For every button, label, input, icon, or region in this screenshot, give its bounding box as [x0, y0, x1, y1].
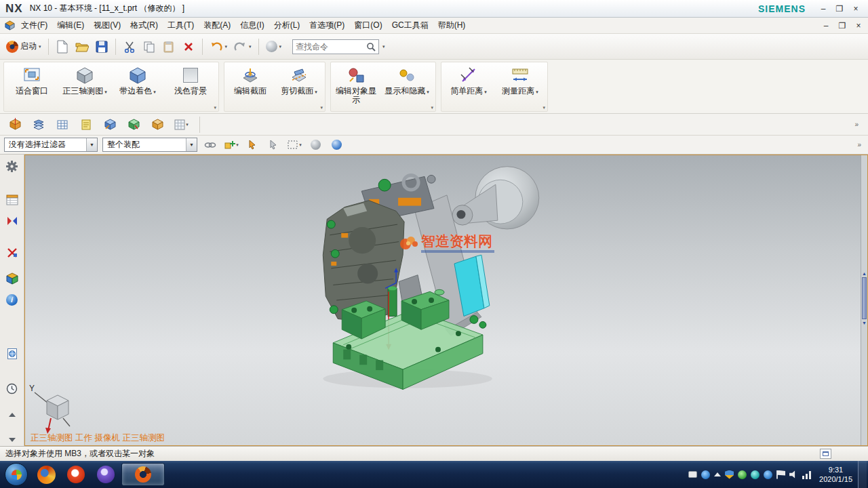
tray-input-method-icon[interactable] — [688, 471, 697, 478]
measure-distance-button[interactable]: 测量距离▾ — [494, 64, 546, 104]
group-launcher-icon[interactable]: ▾ — [320, 105, 323, 110]
light-background-button[interactable]: 浅色背景 — [164, 64, 217, 104]
tray-security-icon[interactable] — [725, 470, 734, 479]
layer-category-button[interactable] — [54, 117, 71, 132]
deselect-arrow-button[interactable] — [265, 138, 281, 152]
tray-green-status-icon[interactable] — [738, 470, 747, 479]
minimize-button[interactable]: – — [816, 3, 830, 14]
scrollbar-up-icon[interactable]: ▲ — [861, 271, 867, 276]
close-button[interactable]: × — [849, 3, 863, 14]
menu-format[interactable]: 格式(R) — [125, 18, 163, 33]
tray-teal-status-icon[interactable] — [751, 470, 760, 479]
menu-assemblies[interactable]: 装配(A) — [199, 18, 235, 33]
snap-point-caret-icon[interactable]: ▾ — [236, 142, 239, 147]
fit-window-button[interactable]: 适合窗口 — [5, 64, 58, 104]
clip-section-caret-icon[interactable]: ▾ — [315, 89, 317, 94]
menu-file[interactable]: 文件(F) — [16, 18, 52, 33]
menu-information[interactable]: 信息(I) — [235, 18, 269, 33]
group-launcher-icon[interactable]: ▾ — [214, 105, 216, 110]
command-finder[interactable] — [292, 39, 379, 54]
simple-distance-caret-icon[interactable]: ▾ — [484, 89, 487, 94]
edit-section-button[interactable]: 编辑截面 — [226, 64, 275, 104]
menu-edit[interactable]: 编辑(E) — [52, 18, 89, 33]
reuse-library-button[interactable] — [4, 272, 20, 285]
group-launcher-icon[interactable]: ▾ — [542, 105, 545, 110]
tray-cloud-icon[interactable] — [764, 470, 772, 479]
shaded-sphere-button[interactable] — [328, 138, 344, 152]
trimetric-view-button[interactable]: 正三轴测图▾ — [58, 64, 111, 104]
doc-close-button[interactable]: × — [852, 20, 865, 31]
selection-filter-caret-icon[interactable]: ▼ — [86, 138, 97, 151]
maximize-button[interactable]: ❐ — [833, 3, 846, 14]
menu-window[interactable]: 窗口(O) — [349, 18, 387, 33]
history-button[interactable] — [4, 383, 20, 394]
part-navigator-button[interactable] — [4, 247, 20, 258]
model-canvas[interactable] — [25, 155, 861, 445]
roles-gear-button[interactable] — [4, 161, 20, 172]
dialog-rail-button[interactable] — [820, 449, 831, 459]
group-launcher-icon[interactable]: ▾ — [431, 105, 433, 110]
menu-view[interactable]: 视图(V) — [89, 18, 125, 33]
search-caret-icon[interactable]: ▾ — [382, 44, 385, 49]
shaded-caret-icon[interactable]: ▾ — [153, 89, 156, 94]
highlight-sphere-button[interactable] — [307, 138, 323, 152]
orient-view-blue-button[interactable] — [102, 117, 118, 132]
windows-start-button[interactable] — [5, 463, 28, 486]
menu-tools[interactable]: 工具(T) — [163, 18, 199, 33]
wcs-dynamics-button[interactable] — [7, 117, 23, 132]
start-button[interactable]: 启动 ▾ — [4, 37, 43, 56]
tray-volume-icon[interactable] — [789, 470, 798, 479]
selection-scope-combo[interactable]: 整个装配 ▼ — [102, 138, 197, 152]
selection-bar-overflow-button[interactable]: » — [854, 141, 864, 148]
hd3d-tools-button[interactable]: i — [4, 294, 20, 306]
simple-distance-button[interactable]: 简单距离▾ — [443, 64, 494, 104]
show-hide-caret-icon[interactable]: ▾ — [427, 89, 429, 94]
start-caret-icon[interactable]: ▾ — [39, 44, 41, 49]
redo-caret-icon[interactable]: ▾ — [249, 44, 252, 49]
orient-view-orange-button[interactable] — [149, 117, 165, 132]
scrollbar-thumb[interactable] — [862, 277, 867, 319]
tray-network-icon[interactable] — [802, 470, 811, 479]
taskbar-browser3-button[interactable] — [92, 463, 120, 486]
toolbar-overflow-button[interactable]: » — [852, 121, 861, 128]
new-button[interactable] — [54, 37, 71, 56]
delete-button[interactable] — [180, 37, 197, 56]
tray-help-icon[interactable] — [701, 470, 710, 479]
graphics-window[interactable]: 智造资料网 Y 正三轴测图 工作 摄像机 正三轴测图 ▲ ▼ — [24, 155, 868, 446]
command-search-input[interactable] — [296, 42, 366, 52]
taskbar-clock[interactable]: 9:31 2020/1/15 — [814, 465, 858, 484]
measure-distance-caret-icon[interactable]: ▾ — [536, 89, 538, 94]
menu-preferences[interactable]: 首选项(P) — [304, 18, 349, 33]
render-style-caret-icon[interactable]: ▾ — [279, 44, 282, 49]
save-button[interactable] — [93, 37, 111, 56]
open-button[interactable] — [73, 37, 91, 56]
constraint-navigator-button[interactable] — [4, 215, 20, 226]
snap-point-button[interactable]: ▾ — [223, 138, 239, 152]
layer-settings-button[interactable] — [31, 117, 47, 132]
shaded-with-edges-button[interactable]: 带边着色▾ — [111, 64, 164, 104]
information-note-button[interactable] — [78, 117, 94, 132]
redo-button[interactable]: ▾ — [231, 37, 254, 56]
select-arrow-button[interactable] — [244, 138, 260, 152]
cut-button[interactable] — [121, 37, 138, 56]
scrollbar-down-icon[interactable]: ▼ — [861, 321, 867, 325]
tray-action-center-icon[interactable] — [776, 470, 785, 479]
edit-object-display-button[interactable]: 编辑对象显示 — [332, 64, 380, 104]
trimetric-caret-icon[interactable]: ▾ — [104, 89, 107, 94]
doc-restore-button[interactable]: ❐ — [835, 20, 849, 31]
selection-rectangle-button[interactable]: ▾ — [286, 138, 302, 152]
grid-caret-icon[interactable]: ▾ — [186, 122, 189, 127]
taskbar-browser2-button[interactable] — [62, 463, 90, 486]
doc-minimize-button[interactable]: – — [819, 20, 833, 31]
search-icon[interactable] — [366, 42, 376, 52]
undo-button[interactable]: ▾ — [208, 37, 230, 56]
copy-button[interactable] — [140, 37, 158, 56]
paste-button[interactable] — [160, 37, 178, 56]
viewport-scrollbar[interactable]: ▲ ▼ — [861, 155, 867, 445]
tray-hidden-icons-button[interactable] — [714, 472, 721, 476]
clip-section-button[interactable]: 剪切截面▾ — [275, 64, 323, 104]
grid-button[interactable]: ▾ — [173, 117, 189, 132]
selection-scope-caret-icon[interactable]: ▼ — [186, 138, 197, 151]
taskbar-firefox-button[interactable] — [32, 463, 60, 486]
resource-scroll-down-button[interactable] — [4, 434, 20, 446]
